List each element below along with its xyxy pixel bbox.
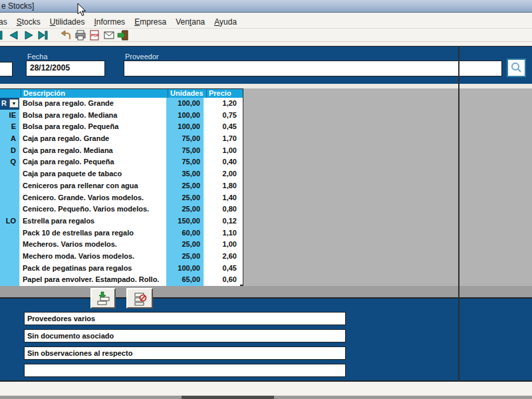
row-desc-cell[interactable]: Caja para regalo. Pequeña xyxy=(21,156,166,168)
search-button[interactable] xyxy=(507,59,526,77)
row-desc-cell[interactable]: Estrella para regalos xyxy=(21,215,166,227)
observaciones-field[interactable]: Sin observaciones al respecto xyxy=(24,346,346,360)
row-code-cell[interactable]: ▼ xyxy=(0,192,21,204)
row-price-cell[interactable]: 0,40 xyxy=(205,156,240,168)
row-units-cell[interactable]: 100,00 xyxy=(166,110,205,122)
undo-icon[interactable] xyxy=(60,30,72,41)
row-units-cell[interactable]: 65,00 xyxy=(166,274,205,286)
menu-item-mpresa[interactable]: Empresa xyxy=(134,17,166,27)
row-desc-cell[interactable]: Ceniceros para rellenar con agua xyxy=(21,180,166,192)
exit-icon[interactable] xyxy=(117,30,129,41)
row-units-cell[interactable]: 35,00 xyxy=(166,168,205,180)
row-units-cell[interactable]: 100,00 xyxy=(166,98,205,110)
pdf-export-icon[interactable]: PDF xyxy=(88,30,100,41)
row-units-cell[interactable]: 100,00 xyxy=(166,263,205,275)
row-units-cell[interactable]: 150,00 xyxy=(166,215,205,227)
row-code-cell[interactable]: ▼ xyxy=(0,239,21,251)
row-price-cell[interactable]: 1,00 xyxy=(205,239,240,251)
row-code-cell[interactable]: ▼ xyxy=(0,203,21,215)
grid-header-code[interactable] xyxy=(0,89,21,98)
row-price-cell[interactable]: 0,80 xyxy=(205,203,240,215)
table-row[interactable]: ▼ Mecheros. Varios modelos. 25,00 1,00 xyxy=(0,239,243,251)
row-code-cell[interactable]: ▼ xyxy=(0,168,21,180)
table-row[interactable]: IE ▼ Bolsa para regalo. Mediana 100,00 0… xyxy=(0,110,243,122)
row-desc-cell[interactable]: Caja para paquete de tabaco xyxy=(21,168,166,180)
row-code-cell[interactable]: ▼ xyxy=(0,180,21,192)
insert-row-button[interactable] xyxy=(90,288,116,309)
documento-field[interactable]: Sin documento asociado xyxy=(24,329,346,342)
row-desc-cell[interactable]: Bolsa para regalo. Mediana xyxy=(21,110,166,122)
table-row[interactable]: E ▼ Bolsa para regalo. Pequeña 100,00 0,… xyxy=(0,121,243,133)
row-units-cell[interactable]: 25,00 xyxy=(166,192,205,204)
delete-row-button[interactable] xyxy=(126,288,153,309)
row-code-cell[interactable]: LO ▼ xyxy=(0,215,21,227)
row-price-cell[interactable]: 1,40 xyxy=(205,192,240,204)
row-code-cell[interactable]: ▼ xyxy=(0,227,21,239)
row-price-cell[interactable]: 1,00 xyxy=(205,145,240,157)
row-code-cell[interactable]: E ▼ xyxy=(0,121,21,133)
row-code-cell[interactable]: IE ▼ xyxy=(0,110,21,122)
row-code-cell[interactable]: ▼ xyxy=(0,263,21,275)
table-row[interactable]: ▼ Pack de pegatinas para regalos 100,00 … xyxy=(0,263,243,275)
last-record-icon[interactable] xyxy=(37,30,49,41)
grid-header-descripcion[interactable]: Descripción xyxy=(21,89,168,98)
row-desc-cell[interactable]: Pack de pegatinas para regalos xyxy=(21,263,166,275)
row-code-cell[interactable]: R ▼ xyxy=(0,98,21,110)
row-units-cell[interactable]: 60,00 xyxy=(166,227,205,239)
row-code-cell[interactable]: ▼ xyxy=(0,251,21,263)
row-desc-cell[interactable]: Pack 10 de estrellas para regalo xyxy=(21,227,166,239)
row-desc-cell[interactable]: Cenicero. Grande. Varios modelos. xyxy=(21,192,166,204)
table-row[interactable]: ▼ Cenicero. Grande. Varios modelos. 25,0… xyxy=(0,192,243,204)
previous-record-icon[interactable] xyxy=(8,30,20,41)
row-price-cell[interactable]: 2,00 xyxy=(205,168,240,180)
row-desc-cell[interactable]: Mecheros. Varios modelos. xyxy=(21,239,166,251)
menu-item-nformes[interactable]: Informes xyxy=(94,17,125,27)
next-record-icon[interactable] xyxy=(23,30,35,41)
grid-header-precio[interactable]: Precio xyxy=(206,89,243,98)
row-desc-cell[interactable]: Papel para envolver. Estampado. Rollo. xyxy=(21,274,166,286)
print-icon[interactable] xyxy=(74,30,86,41)
row-price-cell[interactable]: 2,60 xyxy=(205,251,240,263)
table-row[interactable]: ▼ Mechero moda. Varios modelos. 25,00 2,… xyxy=(0,251,243,263)
row-price-cell[interactable]: 0,75 xyxy=(205,110,240,122)
proveedor-input[interactable] xyxy=(124,61,502,76)
row-units-cell[interactable]: 25,00 xyxy=(166,180,205,192)
document-number-field[interactable] xyxy=(0,62,13,76)
row-desc-cell[interactable]: Caja para regalo. Mediana xyxy=(21,145,166,157)
table-row[interactable]: ▼ Ceniceros para rellenar con agua 25,00… xyxy=(0,180,243,192)
menu-item-tocks[interactable]: Stocks xyxy=(17,17,41,27)
grid-header-unidades[interactable]: Unidades xyxy=(168,89,206,98)
table-row[interactable]: ▼ Caja para paquete de tabaco 35,00 2,00 xyxy=(0,168,243,180)
row-price-cell[interactable]: 0,45 xyxy=(205,121,240,133)
row-price-cell[interactable]: 1,70 xyxy=(205,133,240,145)
row-price-cell[interactable]: 0,45 xyxy=(205,263,240,275)
menu-item-as[interactable]: as xyxy=(0,17,7,27)
row-price-cell[interactable]: 1,20 xyxy=(205,98,240,110)
row-units-cell[interactable]: 25,00 xyxy=(166,203,205,215)
email-icon[interactable] xyxy=(103,30,115,41)
row-units-cell[interactable]: 75,00 xyxy=(166,145,205,157)
table-row[interactable]: ▼ Pack 10 de estrellas para regalo 60,00… xyxy=(0,227,243,239)
row-units-cell[interactable]: 100,00 xyxy=(166,121,205,133)
chevron-down-icon[interactable]: ▼ xyxy=(9,99,19,108)
proveedor-detail-field[interactable]: Proveedores varios xyxy=(24,312,346,325)
row-desc-cell[interactable]: Cenicero. Pequeño. Varios modelos. xyxy=(21,203,166,215)
row-code-cell[interactable]: Q ▼ xyxy=(0,156,21,168)
row-price-cell[interactable]: 0,12 xyxy=(205,215,240,227)
row-units-cell[interactable]: 25,00 xyxy=(166,239,205,251)
row-units-cell[interactable]: 75,00 xyxy=(166,133,205,145)
row-desc-cell[interactable]: Mechero moda. Varios modelos. xyxy=(21,251,166,263)
table-row[interactable]: R ▼ Bolsa para regalo. Grande 100,00 1,2… xyxy=(0,98,243,110)
row-price-cell[interactable]: 0,60 xyxy=(205,274,240,286)
menu-item-tilidades[interactable]: Utilidades xyxy=(50,17,85,27)
table-row[interactable]: Q ▼ Caja para regalo. Pequeña 75,00 0,40 xyxy=(0,156,243,168)
row-code-cell[interactable]: ▼ xyxy=(0,274,21,286)
row-desc-cell[interactable]: Bolsa para regalo. Pequeña xyxy=(21,121,166,133)
row-price-cell[interactable]: 1,80 xyxy=(205,180,240,192)
menu-item-yuda[interactable]: Ayuda xyxy=(214,17,237,27)
row-code-cell[interactable]: A ▼ xyxy=(0,133,21,145)
first-record-icon[interactable] xyxy=(0,30,7,41)
row-units-cell[interactable]: 75,00 xyxy=(166,156,205,168)
row-price-cell[interactable]: 1,10 xyxy=(205,227,240,239)
table-row[interactable]: ▼ Cenicero. Pequeño. Varios modelos. 25,… xyxy=(0,203,243,215)
